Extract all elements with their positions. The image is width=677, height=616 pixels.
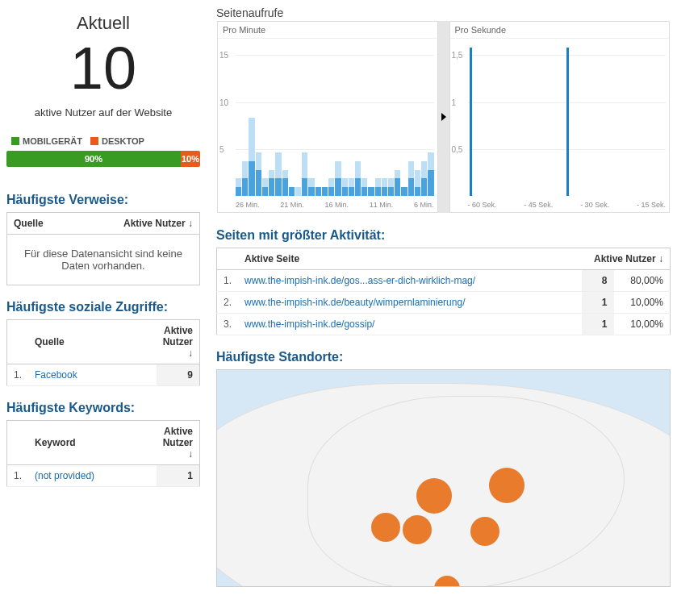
- social-col-source[interactable]: Quelle: [28, 320, 157, 364]
- location-dot: [371, 513, 400, 542]
- x-tick: - 45 Sek.: [524, 201, 553, 209]
- legend-square-desktop: [90, 137, 98, 145]
- location-dot: [403, 515, 432, 544]
- chart-per-minute-title: Pro Minute: [218, 22, 437, 39]
- device-legend: MOBILGERÄT DESKTOP: [6, 136, 200, 151]
- social-col-users[interactable]: Aktive Nutzer: [157, 320, 200, 364]
- y-tick: 0,5: [452, 145, 463, 154]
- minute-bars: [236, 40, 434, 196]
- legend-mobile-label: MOBILGERÄT: [23, 136, 82, 146]
- chart-per-second-area: 1,5 1 0,5: [450, 40, 670, 196]
- table-row[interactable]: 1. (not provided) 1: [7, 465, 200, 487]
- table-row[interactable]: 3.www.the-impish-ink.de/gossip/110,00%: [217, 314, 671, 335]
- referrals-col-source[interactable]: Quelle: [7, 213, 73, 235]
- x-tick: 11 Min.: [370, 201, 394, 209]
- y-tick: 1,5: [452, 51, 463, 60]
- charts-section-title: Seitenaufrufe: [216, 6, 671, 19]
- device-share-desktop: 10%: [181, 151, 200, 167]
- chevron-right-icon: [440, 113, 448, 121]
- keyword-users-value: 1: [157, 465, 200, 487]
- row-index: 1.: [217, 270, 239, 292]
- pages-col-users[interactable]: Aktive Nutzer: [582, 248, 671, 270]
- pageviews-charts: Pro Minute 15 10 5 26 Min. 21 Min. 16 Mi…: [216, 20, 671, 214]
- table-row[interactable]: 1. Facebook 9: [7, 364, 200, 386]
- y-tick: 5: [219, 145, 224, 154]
- chart-per-minute-xlabels: 26 Min. 21 Min. 16 Min. 11 Min. 6 Min.: [236, 201, 434, 209]
- section-title-locations: Häufigste Standorte:: [216, 350, 671, 364]
- overview-subtitle: aktive Nutzer auf der Website: [6, 106, 200, 119]
- active-pages-table: Aktive Seite Aktive Nutzer 1.www.the-imp…: [216, 248, 671, 335]
- x-tick: 6 Min.: [414, 201, 434, 209]
- chart-per-second-title: Pro Sekunde: [450, 22, 670, 39]
- page-users-value: 1: [582, 314, 614, 335]
- row-index: 1.: [7, 364, 29, 386]
- row-index: 2.: [217, 292, 239, 314]
- location-dot: [489, 468, 524, 503]
- location-dot: [416, 478, 452, 514]
- row-index: 1.: [7, 465, 29, 487]
- y-tick: 15: [219, 51, 228, 60]
- x-tick: - 60 Sek.: [468, 201, 497, 209]
- page-users-pct: 80,00%: [614, 270, 671, 292]
- section-title-pages: Seiten mit größter Aktivität:: [216, 228, 671, 243]
- device-share-bar: 90% 10%: [6, 151, 200, 167]
- keywords-col-kw[interactable]: Keyword: [28, 421, 157, 465]
- x-tick: - 30 Sek.: [580, 201, 609, 209]
- active-page-link[interactable]: www.the-impish-ink.de/gos...ass-er-dich-…: [244, 275, 475, 286]
- chart-separator[interactable]: [438, 21, 449, 213]
- y-tick: 10: [219, 98, 228, 107]
- realtime-overview: Aktuell 10 aktive Nutzer auf der Website…: [6, 6, 200, 178]
- second-bars: [468, 40, 667, 196]
- referrals-nodata: Für diese Datenansicht sind keine Daten …: [6, 235, 200, 285]
- legend-desktop: DESKTOP: [90, 136, 144, 146]
- chart-per-second: Pro Sekunde 1,5 1 0,5 - 60 Sek. - 45 Sek…: [449, 21, 671, 213]
- section-title-keywords: Häufigste Keywords:: [6, 401, 200, 415]
- chart-per-second-xlabels: - 60 Sek. - 45 Sek. - 30 Sek. - 15 Sek.: [468, 201, 667, 209]
- y-tick: 1: [452, 98, 457, 107]
- page-users-pct: 10,00%: [614, 314, 671, 335]
- keywords-col-users[interactable]: Aktive Nutzer: [157, 421, 200, 465]
- legend-square-mobile: [11, 137, 19, 145]
- social-table: Quelle Aktive Nutzer 1. Facebook 9: [6, 319, 200, 386]
- active-users-count: 10: [6, 39, 200, 98]
- device-share-mobile: 90%: [6, 151, 181, 167]
- active-page-link[interactable]: www.the-impish-ink.de/beauty/wimpernlami…: [244, 297, 465, 308]
- social-users-value: 9: [157, 364, 200, 386]
- x-tick: 26 Min.: [236, 201, 260, 209]
- legend-desktop-label: DESKTOP: [102, 136, 144, 146]
- page-users-value: 1: [582, 292, 614, 314]
- keywords-table: Keyword Aktive Nutzer 1. (not provided) …: [6, 420, 200, 487]
- referrals-table: Quelle Aktive Nutzer: [6, 212, 200, 235]
- page-users-pct: 10,00%: [614, 292, 671, 314]
- chart-per-minute: Pro Minute 15 10 5 26 Min. 21 Min. 16 Mi…: [217, 21, 438, 213]
- locations-map[interactable]: [216, 369, 671, 587]
- x-tick: 21 Min.: [280, 201, 304, 209]
- chart-per-minute-area: 15 10 5: [218, 40, 437, 196]
- legend-mobile: MOBILGERÄT: [11, 136, 82, 146]
- active-page-link[interactable]: www.the-impish-ink.de/gossip/: [244, 318, 374, 330]
- section-title-referrals: Häufigste Verweise:: [6, 193, 200, 207]
- row-index: 3.: [217, 314, 239, 335]
- overview-title: Aktuell: [6, 13, 200, 34]
- pages-col-page[interactable]: Aktive Seite: [238, 248, 581, 270]
- page-users-value: 8: [582, 270, 614, 292]
- section-title-social: Häufigste soziale Zugriffe:: [6, 300, 200, 314]
- referrals-col-users[interactable]: Aktive Nutzer: [73, 213, 199, 235]
- social-source-link[interactable]: Facebook: [35, 369, 77, 381]
- table-row[interactable]: 2.www.the-impish-ink.de/beauty/wimpernla…: [217, 292, 671, 314]
- keyword-link[interactable]: (not provided): [35, 470, 94, 481]
- table-row[interactable]: 1.www.the-impish-ink.de/gos...ass-er-dic…: [217, 270, 671, 292]
- x-tick: - 15 Sek.: [637, 201, 666, 209]
- x-tick: 16 Min.: [324, 201, 349, 209]
